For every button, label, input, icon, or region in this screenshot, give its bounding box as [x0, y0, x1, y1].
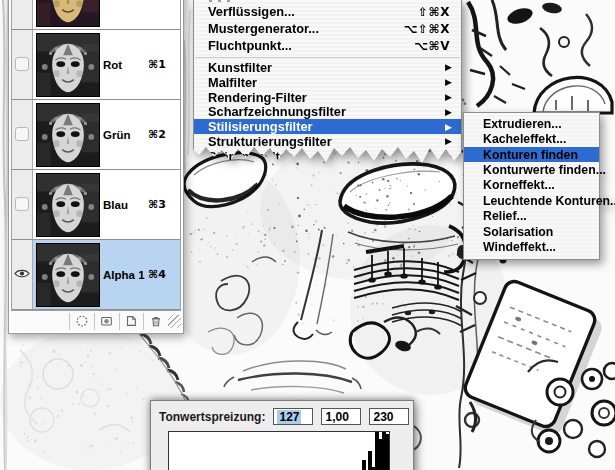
channel-shortcut: ⌘2 [148, 100, 180, 169]
visibility-cell[interactable] [12, 240, 33, 309]
menu-item-strukturierungsfilter[interactable]: Strukturierungsfilter ▶ [194, 134, 461, 149]
channel-shortcut [148, 0, 180, 29]
channel-thumbnail [36, 243, 100, 307]
submenu-arrow-icon: ▶ [445, 122, 452, 132]
visibility-cell[interactable] [12, 0, 33, 29]
shortcut-label: ⌥⇧⌘X [404, 22, 450, 36]
levels-histogram [168, 431, 390, 470]
submenu-arrow-icon: ▶ [445, 62, 452, 72]
visibility-cell[interactable] [12, 30, 33, 99]
submenu-item-solarisation[interactable]: Solarisation [464, 224, 599, 239]
channel-row-rot[interactable]: Rot ⌘1 [12, 30, 180, 100]
menu-item-kunstfilter[interactable]: Kunstfilter ▶ [194, 60, 461, 75]
shadow-input-field[interactable]: 127 [273, 408, 313, 425]
create-new-channel-icon[interactable] [119, 313, 144, 330]
channel-row-alpha1[interactable]: Alpha 1 ⌘4 [12, 240, 180, 310]
submenu-item-leuchtende-konturen[interactable]: Leuchtende Konturen... [464, 193, 599, 208]
channel-name: Blau [103, 170, 148, 239]
shadow-input-value: 127 [277, 410, 301, 424]
palette-footer [11, 311, 181, 331]
submenu-item-korneffekt[interactable]: Korneffekt... [464, 178, 599, 193]
shortcut-label: ⌥⌘V [414, 39, 450, 53]
channel-thumbnail [36, 33, 100, 97]
menu-separator [195, 57, 460, 58]
stilisierungsfilter-submenu: Extrudieren... Kacheleffekt... Konturen … [463, 112, 600, 260]
visibility-well[interactable] [15, 57, 29, 71]
channels-palette: Rot ⌘1 Grün ⌘2 Blau ⌘3 [8, 0, 184, 334]
submenu-item-windeffekt[interactable]: Windeffekt... [464, 240, 599, 255]
palette-resize-grip[interactable] [168, 315, 181, 328]
visibility-well[interactable] [15, 127, 29, 141]
menu-item-malfilter[interactable]: Malfilter ▶ [194, 75, 461, 90]
filter-menu: Verflüssigen... ⇧⌘X Mustergenerator... ⌥… [193, 0, 462, 168]
submenu-item-konturwerte-finden[interactable]: Konturwerte finden... [464, 162, 599, 177]
menu-item-fluchtpunkt[interactable]: Fluchtpunkt... ⌥⌘V [194, 37, 461, 54]
menu-item-stoerungsfilter[interactable]: Störungsfilter ▶ [194, 149, 461, 164]
submenu-arrow-icon: ▶ [445, 92, 452, 102]
menu-item-rendering-filter[interactable]: Rendering-Filter ▶ [194, 90, 461, 105]
screenshot-root: Rot ⌘1 Grün ⌘2 Blau ⌘3 [0, 0, 615, 470]
submenu-arrow-icon: ▶ [445, 151, 452, 161]
visibility-cell[interactable] [12, 170, 33, 239]
highlight-input-value: 230 [373, 410, 393, 424]
visibility-well[interactable] [15, 197, 29, 211]
channel-name [103, 0, 148, 29]
menu-item-mustergenerator[interactable]: Mustergenerator... ⌥⇧⌘X [194, 20, 461, 37]
channel-shortcut: ⌘1 [148, 30, 180, 99]
submenu-item-relief[interactable]: Relief... [464, 209, 599, 224]
menu-item-stilisierungsfilter[interactable]: Stilisierungsfilter ▶ [194, 119, 461, 134]
channel-row-gruen[interactable]: Grün ⌘2 [12, 100, 180, 170]
channel-thumbnail [36, 173, 100, 237]
channel-row-rgb[interactable] [12, 0, 180, 30]
gamma-input-field[interactable]: 1,00 [321, 408, 361, 425]
channel-name: Rot [103, 30, 148, 99]
channel-shortcut: ⌘4 [148, 240, 180, 309]
levels-dialog: Tonwertspreizung: 127 1,00 230 [150, 400, 414, 470]
channel-row-blau[interactable]: Blau ⌘3 [12, 170, 180, 240]
channels-list: Rot ⌘1 Grün ⌘2 Blau ⌘3 [11, 0, 181, 311]
save-selection-as-channel-icon[interactable] [94, 313, 119, 330]
channel-shortcut: ⌘3 [148, 170, 180, 239]
highlight-input-field[interactable]: 230 [369, 408, 409, 425]
menu-item-scharfzeichnungsfilter[interactable]: Scharfzeichnungsfilter ▶ [194, 104, 461, 119]
load-channel-as-selection-icon[interactable] [69, 313, 94, 330]
submenu-arrow-icon: ▶ [445, 107, 452, 117]
shortcut-label: ⇧⌘X [418, 5, 450, 19]
channel-name: Alpha 1 [103, 240, 148, 309]
eye-icon[interactable] [14, 268, 30, 279]
submenu-item-kacheleffekt[interactable]: Kacheleffekt... [464, 131, 599, 146]
submenu-item-extrudieren[interactable]: Extrudieren... [464, 116, 599, 131]
menu-item-verfluessigen[interactable]: Verflüssigen... ⇧⌘X [194, 3, 461, 20]
channel-name: Grün [103, 100, 148, 169]
gamma-input-value: 1,00 [325, 410, 348, 424]
channel-thumbnail [36, 103, 100, 167]
visibility-cell[interactable] [12, 100, 33, 169]
submenu-arrow-icon: ▶ [445, 77, 452, 87]
submenu-item-konturen-finden[interactable]: Konturen finden [464, 147, 599, 162]
levels-label: Tonwertspreizung: [159, 410, 265, 424]
channel-thumbnail [36, 0, 100, 27]
submenu-arrow-icon: ▶ [445, 136, 452, 146]
delete-channel-icon[interactable] [143, 313, 168, 330]
